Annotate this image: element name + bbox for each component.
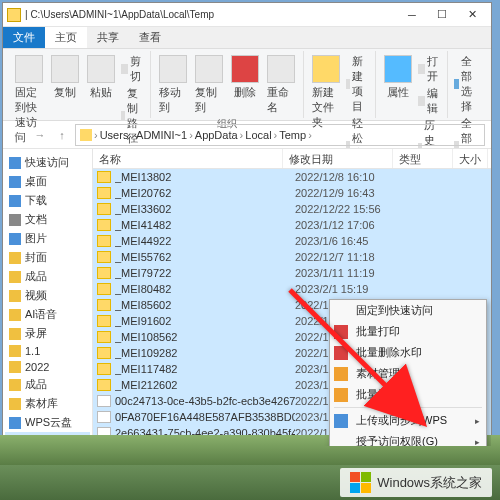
- file-date: 2023/1/11 11:19: [295, 267, 405, 279]
- file-date: 2022/12/8 16:10: [295, 171, 405, 183]
- props-button[interactable]: 属性: [382, 53, 414, 102]
- file-row[interactable]: _MEI804822023/2/1 15:19: [93, 281, 491, 297]
- ribbon: 固定到快速访问 复制 粘贴 剪切 复制路径 粘贴快捷方式 剪贴板 移动到 复制到…: [3, 49, 491, 121]
- file-name: 0FA870EF16A448E587AFB3538BD043...: [115, 411, 295, 423]
- sidebar-item[interactable]: 素材库: [5, 394, 90, 413]
- sidebar-label: 图片: [25, 231, 47, 246]
- tab-file[interactable]: 文件: [3, 27, 45, 48]
- file-row[interactable]: _MEI336022022/12/22 15:56: [93, 201, 491, 217]
- tab-share[interactable]: 共享: [87, 27, 129, 48]
- sidebar-label: 文档: [25, 212, 47, 227]
- sidebar-item[interactable]: 图片: [5, 229, 90, 248]
- sidebar-item[interactable]: 下载: [5, 191, 90, 210]
- sidebar-item[interactable]: 文档: [5, 210, 90, 229]
- menu-item[interactable]: 上传或同步到WPS: [330, 410, 486, 431]
- sidebar-item[interactable]: 成品: [5, 375, 90, 394]
- ribbon-open: 属性 打开 编辑 历史记录 打开: [376, 51, 448, 118]
- menu-item[interactable]: 固定到快速访问: [330, 300, 486, 321]
- moveto-button[interactable]: 移动到: [157, 53, 189, 117]
- open-button[interactable]: 打开: [418, 53, 441, 85]
- sidebar-item[interactable]: 视频: [5, 286, 90, 305]
- menu-label: 上传或同步到WPS: [356, 413, 447, 428]
- menu-icon: [334, 388, 348, 402]
- minimize-button[interactable]: ─: [397, 4, 427, 26]
- sidebar-item[interactable]: 成品: [5, 267, 90, 286]
- rename-button[interactable]: 重命名: [265, 53, 297, 117]
- copy-button[interactable]: 复制: [49, 53, 81, 102]
- back-button[interactable]: ←: [9, 126, 27, 144]
- folder-icon: [80, 129, 92, 141]
- folder-icon: [7, 8, 21, 22]
- tab-home[interactable]: 主页: [45, 27, 87, 48]
- column-headers[interactable]: 名称 修改日期 类型 大小: [93, 149, 491, 169]
- file-name: _MEI212602: [115, 379, 295, 391]
- close-button[interactable]: ✕: [457, 4, 487, 26]
- menu-item[interactable]: 素材管理: [330, 363, 486, 384]
- file-name: _MEI44922: [115, 235, 295, 247]
- delete-button[interactable]: 删除: [229, 53, 261, 102]
- sidebar: 快速访问桌面下载文档图片封面成品视频AI语音录屏1.12022成品素材库WPS云…: [3, 149, 93, 446]
- file-name: _MEI117482: [115, 363, 295, 375]
- menu-label: 固定到快速访问: [356, 303, 433, 318]
- sidebar-item[interactable]: 封面: [5, 248, 90, 267]
- sidebar-item[interactable]: AI语音: [5, 305, 90, 324]
- sidebar-item[interactable]: 录屏: [5, 324, 90, 343]
- folder-icon: [9, 195, 21, 207]
- menu-item[interactable]: 批量打印: [330, 321, 486, 342]
- menu-label: 批量删除水印: [356, 345, 422, 360]
- file-row[interactable]: _MEI557622022/12/7 11:18: [93, 249, 491, 265]
- file-name: _MEI80482: [115, 283, 295, 295]
- ribbon-new: 新建文件夹 新建项目 轻松访问 新建: [304, 51, 376, 118]
- sidebar-item[interactable]: 1.1: [5, 343, 90, 359]
- folder-icon: [97, 203, 111, 215]
- file-date: 2022/12/9 16:43: [295, 187, 405, 199]
- sidebar-label: 成品: [25, 269, 47, 284]
- file-row[interactable]: _MEI207622022/12/9 16:43: [93, 185, 491, 201]
- copyto-button[interactable]: 复制到: [193, 53, 225, 117]
- sidebar-label: 成品: [25, 377, 47, 392]
- folder-icon: [9, 417, 21, 429]
- folder-icon: [9, 214, 21, 226]
- up-button[interactable]: ↑: [53, 126, 71, 144]
- sidebar-label: WPS云盘: [25, 415, 72, 430]
- sidebar-item[interactable]: 快速访问: [5, 153, 90, 172]
- maximize-button[interactable]: ☐: [427, 4, 457, 26]
- sidebar-label: 素材库: [25, 396, 58, 411]
- menu-item[interactable]: 批量删除水印: [330, 342, 486, 363]
- sidebar-item[interactable]: WPS云盘: [5, 413, 90, 432]
- file-date: 2022/12/22 15:56: [295, 203, 405, 215]
- menu-icon: [334, 367, 348, 381]
- edit-button[interactable]: 编辑: [418, 85, 441, 117]
- titlebar: | C:\Users\ADMINI~1\AppData\Local\Temp ─…: [3, 3, 491, 27]
- folder-icon: [9, 252, 21, 264]
- folder-icon: [97, 315, 111, 327]
- ribbon-tabs: 文件 主页 共享 查看: [3, 27, 491, 49]
- breadcrumb[interactable]: ›Users ›ADMINI~1 ›AppData ›Local ›Temp ›: [75, 124, 485, 146]
- file-icon: [97, 395, 111, 407]
- selectall-button[interactable]: 全部选择: [454, 53, 481, 115]
- ribbon-clipboard: 固定到快速访问 复制 粘贴 剪切 复制路径 粘贴快捷方式 剪贴板: [7, 51, 151, 118]
- folder-icon: [97, 331, 111, 343]
- forward-button[interactable]: →: [31, 126, 49, 144]
- menu-item[interactable]: 批量重命名: [330, 384, 486, 405]
- cut-button[interactable]: 剪切: [121, 53, 144, 85]
- file-row[interactable]: _MEI449222023/1/6 16:45: [93, 233, 491, 249]
- tab-view[interactable]: 查看: [129, 27, 171, 48]
- folder-icon: [9, 271, 21, 283]
- file-row[interactable]: _MEI797222023/1/11 11:19: [93, 265, 491, 281]
- ribbon-select: 全部选择 全部取消 反向选择 选择: [448, 51, 487, 118]
- folder-icon: [97, 299, 111, 311]
- folder-icon: [97, 187, 111, 199]
- file-row[interactable]: _MEI138022022/12/8 16:10: [93, 169, 491, 185]
- file-row[interactable]: _MEI414822023/1/12 17:06: [93, 217, 491, 233]
- sidebar-label: 桌面: [25, 174, 47, 189]
- menu-item[interactable]: 授予访问权限(G): [330, 431, 486, 446]
- sidebar-item[interactable]: 2022: [5, 359, 90, 375]
- newitem-button[interactable]: 新建项目: [346, 53, 369, 115]
- sidebar-label: 下载: [25, 193, 47, 208]
- folder-icon: [97, 347, 111, 359]
- paste-button[interactable]: 粘贴: [85, 53, 117, 102]
- sidebar-item[interactable]: 桌面: [5, 172, 90, 191]
- menu-icon: [334, 414, 348, 428]
- folder-icon: [9, 290, 21, 302]
